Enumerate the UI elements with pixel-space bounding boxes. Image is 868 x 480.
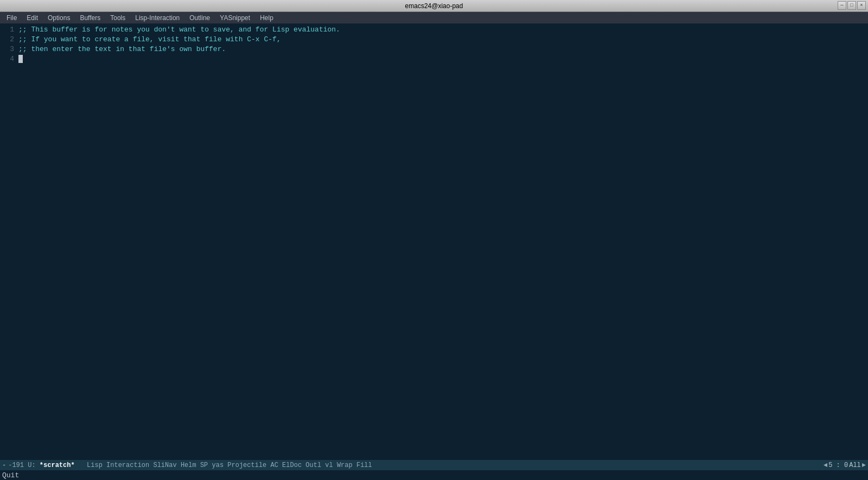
modeline-number: -191 [8, 462, 24, 469]
menu-item-outline[interactable]: Outline [185, 13, 214, 23]
line-number-2: 2 [2, 35, 14, 45]
line-number-3: 3 [2, 45, 14, 54]
scroll-right-arrow[interactable]: ► [862, 462, 866, 469]
titlebar: emacs24@xiao-pad ─ □ × [0, 0, 868, 12]
minimize-button[interactable]: ─ [838, 1, 846, 10]
menu-item-lisp-interaction[interactable]: Lisp-Interaction [131, 13, 184, 23]
modeline-buffer-name: *scratch* [40, 462, 75, 469]
code-line-3[interactable]: ;; then enter the text in that file's ow… [18, 45, 866, 54]
code-area[interactable]: ;; This buffer is for notes you don't wa… [16, 25, 868, 458]
menu-item-help[interactable]: Help [256, 13, 278, 23]
menu-item-edit[interactable]: Edit [22, 13, 42, 23]
editor[interactable]: 1234 ;; This buffer is for notes you don… [0, 24, 868, 459]
modeline-line-col: 5 : 0 [828, 462, 848, 469]
modeline-space1 [24, 462, 28, 469]
modeline-modes [79, 462, 87, 469]
minibuffer-text: Quit [2, 471, 19, 479]
minibuffer: Quit [0, 470, 868, 480]
scroll-left-arrow[interactable]: ◄ [824, 462, 827, 469]
maximize-button[interactable]: □ [847, 1, 856, 10]
code-line-4[interactable] [18, 54, 866, 64]
modeline-modes-text: Lisp Interaction SliNav Helm SP yas Proj… [87, 462, 372, 469]
modeline-right: ◄ 5 : 0 All ► [824, 462, 866, 469]
code-text-1: ;; This buffer is for notes you don't wa… [18, 26, 340, 34]
code-text-2: ;; If you want to create a file, visit t… [18, 35, 281, 43]
code-line-1[interactable]: ;; This buffer is for notes you don't wa… [18, 25, 866, 35]
line-numbers: 1234 [0, 25, 16, 458]
code-text-3: ;; then enter the text in that file's ow… [18, 45, 226, 53]
titlebar-buttons: ─ □ × [838, 1, 866, 10]
text-cursor [18, 55, 23, 63]
modeline-space2 [36, 462, 40, 469]
line-number-1: 1 [2, 25, 14, 35]
titlebar-title: emacs24@xiao-pad [405, 2, 463, 10]
menu-item-file[interactable]: File [2, 13, 21, 23]
menubar: FileEditOptionsBuffersToolsLisp-Interact… [0, 12, 868, 24]
modeline-scroll: ◄ 5 : 0 All ► [824, 462, 866, 469]
menu-item-yasnippet[interactable]: YASnippet [215, 13, 254, 23]
code-line-2[interactable]: ;; If you want to create a file, visit t… [18, 35, 866, 45]
modeline-scroll-all: All [849, 462, 861, 469]
close-button[interactable]: × [857, 1, 866, 10]
modeline-encoding: U: [28, 462, 35, 469]
line-number-4: 4 [2, 54, 14, 64]
modeline-left: - -191 U: *scratch* Lisp Interaction Sli… [2, 462, 372, 469]
modeline-position-indicator: - [2, 462, 6, 469]
menu-item-buffers[interactable]: Buffers [75, 13, 105, 23]
menu-item-tools[interactable]: Tools [106, 13, 130, 23]
modeline: - -191 U: *scratch* Lisp Interaction Sli… [0, 459, 868, 470]
menu-item-options[interactable]: Options [43, 13, 74, 23]
